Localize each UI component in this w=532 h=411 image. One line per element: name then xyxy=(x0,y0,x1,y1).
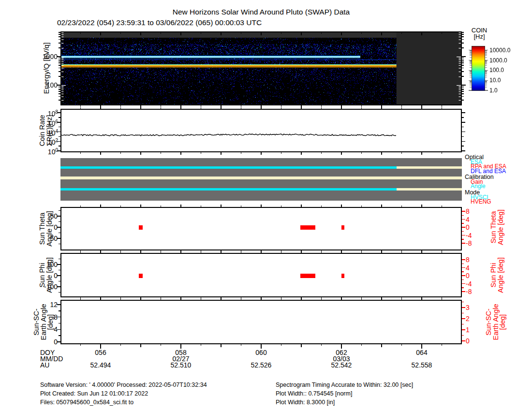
axis-tick xyxy=(180,251,181,253)
sun-theta-right-ytick-label: 0 xyxy=(466,223,470,231)
axis-tick xyxy=(470,74,472,74)
axis-tick xyxy=(462,307,465,308)
axis-tick xyxy=(462,47,464,48)
coin-rate-ytick-label: 100 xyxy=(48,147,58,156)
colorbar xyxy=(472,46,485,91)
axis-tick xyxy=(462,227,465,228)
axis-tick xyxy=(462,223,464,224)
axis-tick xyxy=(201,32,202,34)
axis-tick xyxy=(241,105,242,107)
axis-tick xyxy=(80,206,81,207)
sun-theta-right-ytick-label: 4 xyxy=(466,216,470,223)
axis-tick xyxy=(470,51,472,51)
axis-tick xyxy=(341,251,342,253)
axis-tick xyxy=(485,73,487,73)
plot-title: New Horizons Solar Wind Around Pluto (SW… xyxy=(60,8,462,16)
axis-tick xyxy=(301,298,302,300)
spectrogram-ytick-label: 1000 xyxy=(43,53,58,60)
coin-rate-ytick-base: 10 xyxy=(48,119,56,127)
axis-tick xyxy=(462,85,466,86)
axis-tick xyxy=(462,122,465,123)
axis-tick xyxy=(421,298,422,300)
sun-sc-earth-ylabel-line1: Sun-SC- xyxy=(33,308,40,336)
axis-tick xyxy=(462,259,465,260)
axis-tick xyxy=(470,75,472,76)
axis-tick xyxy=(462,68,464,69)
axis-tick xyxy=(59,323,60,324)
axis-tick xyxy=(321,105,322,107)
axis-tick xyxy=(462,146,464,147)
sun-phi-ytick-label: 100 xyxy=(46,261,58,268)
axis-tick xyxy=(485,64,487,64)
axis-tick xyxy=(100,205,101,207)
sun-phi-right-ytick-label: 0 xyxy=(466,272,470,279)
sun-theta-data-mark xyxy=(139,225,143,230)
axis-tick xyxy=(361,105,362,107)
axis-tick xyxy=(462,117,464,118)
sun-theta-right-ylabel: Sun Theta Angle [deg] xyxy=(490,209,504,245)
axis-tick xyxy=(485,82,487,83)
coin-rate-ytick-exponent: 0 xyxy=(55,147,58,153)
axis-tick xyxy=(462,235,465,236)
axis-tick xyxy=(470,71,472,71)
footer-files: Files: 0507945600_0x584_sci.fit to xyxy=(40,399,133,406)
axis-tick xyxy=(421,106,422,109)
footer-plot-width-in: Plot Width: 8.3000 [in] xyxy=(276,399,335,406)
axis-tick xyxy=(485,50,487,51)
axis-tick xyxy=(462,43,464,44)
axis-tick xyxy=(180,152,181,155)
axis-tick xyxy=(470,53,472,54)
axis-tick xyxy=(462,329,465,330)
axis-tick xyxy=(462,65,464,66)
axis-tick xyxy=(462,127,464,128)
axis-tick xyxy=(161,105,162,107)
axis-tick xyxy=(462,59,464,60)
axis-tick xyxy=(341,32,342,35)
sun-sc-earth-right-ytick-label: 0 xyxy=(466,337,470,345)
axis-tick xyxy=(161,152,162,154)
sun-sc-earth-ytick-label: 8 xyxy=(54,313,58,321)
axis-tick xyxy=(462,32,464,33)
axis-tick xyxy=(301,205,302,207)
footer-software-version: Software Version: ' 4.00000' Processed: … xyxy=(40,382,207,388)
axis-tick xyxy=(341,344,342,349)
axis-tick xyxy=(462,324,464,325)
axis-tick xyxy=(485,83,487,84)
axis-tick xyxy=(381,152,382,155)
axis-tick xyxy=(221,32,222,35)
au-tick-label: 52.526 xyxy=(251,361,272,369)
axis-tick xyxy=(462,89,464,90)
axis-tick xyxy=(161,252,162,253)
axis-tick xyxy=(462,62,464,63)
axis-tick xyxy=(421,205,422,207)
axis-tick xyxy=(485,81,487,82)
axis-tick xyxy=(59,76,60,77)
axis-tick xyxy=(57,286,60,287)
axis-tick xyxy=(140,32,141,35)
coin-rate-ytick-base: 10 xyxy=(48,110,56,117)
axis-tick xyxy=(100,298,101,300)
axis-tick xyxy=(59,244,60,245)
axis-tick xyxy=(485,86,487,86)
colorbar-title: COIN [Hz] xyxy=(464,27,495,40)
axis-tick xyxy=(59,89,60,90)
axis-tick xyxy=(470,87,472,88)
colorbar-tick-label: 10000.0 xyxy=(489,46,510,54)
axis-tick xyxy=(470,72,472,72)
axis-tick xyxy=(462,71,464,72)
sun-theta-right-ytick-label: -4 xyxy=(466,232,472,239)
axis-tick xyxy=(281,105,282,107)
sun-sc-earth-right-ytick-label: 2 xyxy=(466,315,470,323)
axis-tick xyxy=(485,65,487,66)
coin-rate-ytick-base: 10 xyxy=(48,148,56,156)
axis-tick xyxy=(470,52,472,53)
axis-tick xyxy=(485,61,487,62)
axis-tick xyxy=(462,34,464,35)
sun-sc-earth-panel xyxy=(60,300,462,344)
colorbar-tick-label: 10.0 xyxy=(489,76,501,84)
au-tick-label: 52.558 xyxy=(412,361,432,369)
colorbar-tick-label: 1.0 xyxy=(489,87,498,94)
axis-tick xyxy=(80,152,81,154)
axis-tick xyxy=(485,63,487,63)
axis-tick xyxy=(462,100,464,101)
